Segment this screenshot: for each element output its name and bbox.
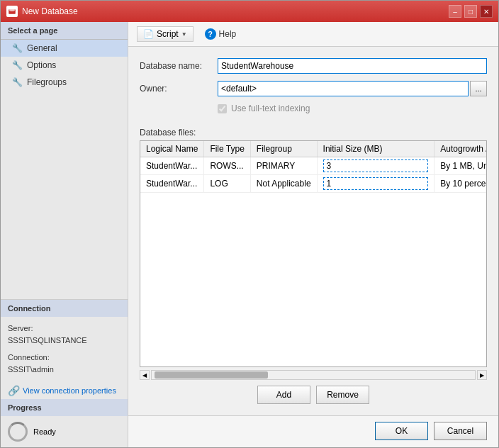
db-files-label: Database files: bbox=[140, 128, 487, 138]
fulltext-row: Use full-text indexing bbox=[140, 103, 487, 113]
scrollbar-area: ◀ ▶ bbox=[140, 370, 487, 380]
progress-area: Ready bbox=[1, 416, 128, 447]
window-title: New Database bbox=[22, 6, 78, 16]
wrench-icon-filegroups: 🔧 bbox=[12, 77, 23, 87]
minimize-button[interactable]: – bbox=[449, 5, 461, 18]
row1-size-input[interactable] bbox=[323, 159, 429, 172]
database-name-input[interactable] bbox=[218, 58, 487, 74]
fulltext-label: Use full-text indexing bbox=[231, 103, 310, 113]
toolbar: 📄 Script ▼ ? Help bbox=[128, 22, 498, 47]
database-name-label: Database name: bbox=[140, 61, 218, 71]
row2-size-input[interactable] bbox=[323, 177, 429, 190]
database-name-row: Database name: bbox=[140, 58, 487, 74]
row2-logical-name: StudentWar... bbox=[140, 175, 204, 193]
sidebar-item-filegroups[interactable]: 🔧 Filegroups bbox=[1, 74, 128, 91]
scroll-right-button[interactable]: ▶ bbox=[477, 370, 487, 380]
row1-initial-size[interactable] bbox=[317, 157, 434, 175]
sidebar-label-options: Options bbox=[27, 60, 56, 70]
progress-spinner bbox=[8, 422, 28, 442]
help-icon: ? bbox=[205, 28, 216, 40]
row2-autogrowth: By 10 percent, Unlimited bbox=[434, 175, 487, 193]
db-files-table-wrapper[interactable]: Logical Name File Type Filegroup Initial… bbox=[140, 140, 487, 367]
owner-input[interactable] bbox=[218, 81, 469, 96]
form-area: Database name: Owner: ... Use full-text … bbox=[128, 47, 498, 128]
title-bar: New Database – □ ✕ bbox=[1, 1, 498, 22]
owner-row: Owner: ... bbox=[140, 81, 487, 96]
help-label: Help bbox=[219, 29, 237, 39]
sidebar-label-filegroups: Filegroups bbox=[27, 77, 67, 87]
table-row: StudentWar... LOG Not Applicable By 10 p… bbox=[140, 175, 487, 193]
chevron-down-icon: ▼ bbox=[181, 31, 187, 38]
owner-field-group: ... bbox=[218, 81, 487, 96]
col-filegroup: Filegroup bbox=[250, 141, 317, 157]
horizontal-scrollbar[interactable] bbox=[151, 370, 476, 380]
sidebar-item-options[interactable]: 🔧 Options bbox=[1, 57, 128, 74]
row2-file-type: LOG bbox=[204, 175, 250, 193]
db-files-table: Logical Name File Type Filegroup Initial… bbox=[140, 141, 487, 193]
view-connection-text: View connection properties bbox=[23, 386, 116, 395]
select-page-title: Select a page bbox=[1, 22, 128, 40]
row1-logical-name: StudentWar... bbox=[140, 157, 204, 175]
fulltext-checkbox bbox=[218, 104, 227, 113]
add-button[interactable]: Add bbox=[257, 386, 310, 404]
help-button[interactable]: ? Help bbox=[199, 26, 242, 42]
row2-initial-size[interactable] bbox=[317, 175, 434, 193]
connection-value: SSSIT\admin bbox=[8, 364, 120, 376]
script-label: Script bbox=[157, 29, 179, 39]
row1-autogrowth: By 1 MB, Unlimited bbox=[434, 157, 487, 175]
col-logical-name: Logical Name bbox=[140, 141, 204, 157]
col-autogrowth: Autogrowth / Maxsize bbox=[434, 141, 487, 157]
main-layout: Select a page 🔧 General 🔧 Options 🔧 File… bbox=[1, 22, 498, 447]
connection-section: Connection Server: SSSIT\SQLINSTANCE Con… bbox=[1, 299, 128, 399]
sidebar: Select a page 🔧 General 🔧 Options 🔧 File… bbox=[1, 22, 128, 447]
cancel-button[interactable]: Cancel bbox=[434, 422, 487, 440]
connection-label: Connection: bbox=[8, 352, 120, 364]
remove-button[interactable]: Remove bbox=[316, 386, 369, 404]
owner-label: Owner: bbox=[140, 84, 218, 94]
table-row: StudentWar... ROWS... PRIMARY By 1 MB, U… bbox=[140, 157, 487, 175]
content-area: 📄 Script ▼ ? Help Database name: Owner: bbox=[128, 22, 498, 447]
ok-button[interactable]: OK bbox=[375, 422, 428, 440]
wrench-icon-options: 🔧 bbox=[12, 60, 23, 70]
script-icon: 📄 bbox=[143, 29, 154, 39]
progress-title: Progress bbox=[1, 399, 128, 416]
row1-file-type: ROWS... bbox=[204, 157, 250, 175]
row1-filegroup: PRIMARY bbox=[250, 157, 317, 175]
view-connection-link[interactable]: 🔗 View connection properties bbox=[1, 382, 128, 399]
scroll-left-button[interactable]: ◀ bbox=[140, 370, 150, 380]
bottom-actions: Add Remove bbox=[140, 380, 487, 410]
connection-info: Server: SSSIT\SQLINSTANCE Connection: SS… bbox=[1, 317, 128, 382]
svg-point-1 bbox=[9, 9, 15, 11]
server-value: SSSIT\SQLINSTANCE bbox=[8, 335, 120, 347]
col-initial-size: Initial Size (MB) bbox=[317, 141, 434, 157]
script-button[interactable]: 📄 Script ▼ bbox=[137, 26, 194, 42]
progress-section: Progress Ready bbox=[1, 399, 128, 447]
close-button[interactable]: ✕ bbox=[480, 5, 493, 18]
progress-status: Ready bbox=[33, 427, 56, 436]
row2-filegroup: Not Applicable bbox=[250, 175, 317, 193]
window: New Database – □ ✕ Select a page 🔧 Gener… bbox=[0, 0, 499, 448]
sidebar-label-general: General bbox=[27, 43, 57, 53]
connection-title: Connection bbox=[1, 300, 128, 317]
footer-bar: OK Cancel bbox=[128, 415, 498, 447]
wrench-icon-general: 🔧 bbox=[12, 43, 23, 53]
sidebar-item-general[interactable]: 🔧 General bbox=[1, 40, 128, 57]
db-files-section: Database files: Logical Name File Type F… bbox=[128, 128, 498, 415]
col-file-type: File Type bbox=[204, 141, 250, 157]
server-label: Server: bbox=[8, 323, 120, 335]
owner-browse-button[interactable]: ... bbox=[470, 81, 487, 96]
maximize-button[interactable]: □ bbox=[464, 5, 477, 18]
app-icon bbox=[6, 6, 18, 17]
link-icon: 🔗 bbox=[8, 385, 20, 396]
scrollbar-thumb bbox=[155, 371, 268, 379]
